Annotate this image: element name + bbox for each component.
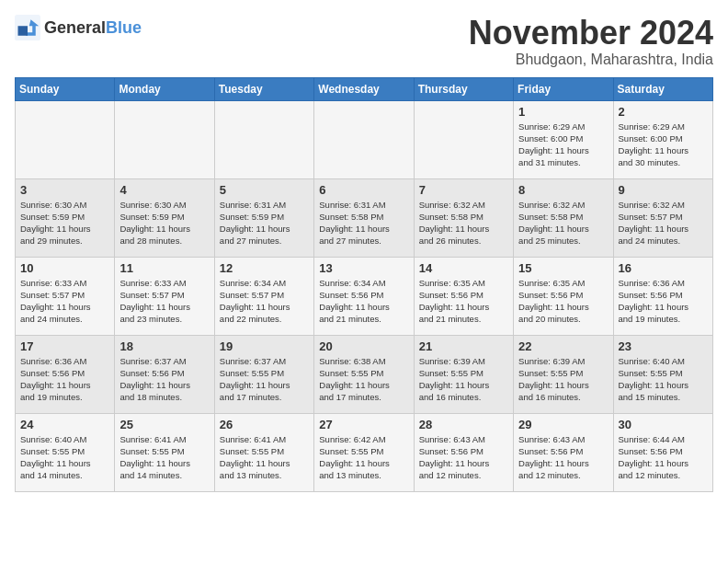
day-info: Sunrise: 6:33 AM Sunset: 5:57 PM Dayligh… (119, 277, 209, 326)
day-number: 8 (518, 183, 608, 197)
day-info: Sunrise: 6:41 AM Sunset: 5:55 PM Dayligh… (119, 433, 209, 482)
day-number: 17 (20, 339, 109, 353)
day-number: 26 (220, 418, 309, 431)
logo: General Blue (15, 15, 142, 40)
day-info: Sunrise: 6:29 AM Sunset: 6:00 PM Dayligh… (619, 121, 708, 169)
day-info: Sunrise: 6:39 AM Sunset: 5:55 PM Dayligh… (419, 355, 508, 404)
day-info: Sunrise: 6:40 AM Sunset: 5:55 PM Dayligh… (20, 433, 109, 482)
header-day-sunday: Sunday (16, 77, 115, 100)
day-number: 27 (319, 418, 408, 431)
day-info: Sunrise: 6:39 AM Sunset: 5:55 PM Dayligh… (518, 355, 608, 404)
calendar-cell: 9Sunrise: 6:32 AM Sunset: 5:57 PM Daylig… (613, 178, 712, 257)
day-number: 3 (20, 183, 109, 197)
calendar-cell: 6Sunrise: 6:31 AM Sunset: 5:58 PM Daylig… (314, 178, 414, 257)
day-info: Sunrise: 6:41 AM Sunset: 5:55 PM Dayligh… (220, 433, 309, 482)
day-number: 16 (619, 261, 708, 275)
calendar-cell: 13Sunrise: 6:34 AM Sunset: 5:56 PM Dayli… (314, 257, 414, 335)
calendar-cell: 19Sunrise: 6:37 AM Sunset: 5:55 PM Dayli… (214, 335, 313, 413)
day-info: Sunrise: 6:43 AM Sunset: 5:56 PM Dayligh… (518, 433, 608, 482)
day-number: 9 (619, 183, 708, 197)
day-info: Sunrise: 6:33 AM Sunset: 5:57 PM Dayligh… (20, 277, 109, 326)
day-number: 2 (619, 105, 708, 119)
calendar-cell: 11Sunrise: 6:33 AM Sunset: 5:57 PM Dayli… (115, 257, 214, 335)
location-subtitle: Bhudgaon, Maharashtra, India (469, 52, 713, 68)
calendar-table: SundayMondayTuesdayWednesdayThursdayFrid… (15, 77, 713, 492)
calendar-cell: 17Sunrise: 6:36 AM Sunset: 5:56 PM Dayli… (16, 335, 115, 413)
logo-text: General Blue (44, 19, 142, 36)
page-header: General Blue November 2024 Bhudgaon, Mah… (15, 15, 713, 68)
day-number: 4 (119, 183, 209, 197)
day-number: 18 (119, 339, 209, 353)
calendar-cell: 29Sunrise: 6:43 AM Sunset: 5:56 PM Dayli… (514, 413, 613, 491)
day-info: Sunrise: 6:38 AM Sunset: 5:55 PM Dayligh… (319, 355, 408, 404)
header-day-friday: Friday (514, 77, 613, 100)
month-year-title: November 2024 (469, 15, 713, 52)
day-info: Sunrise: 6:40 AM Sunset: 5:55 PM Dayligh… (619, 355, 708, 404)
calendar-week-3: 10Sunrise: 6:33 AM Sunset: 5:57 PM Dayli… (16, 257, 713, 335)
day-number: 24 (20, 418, 109, 431)
day-number: 10 (20, 261, 109, 275)
calendar-cell (214, 100, 313, 178)
day-number: 11 (119, 261, 209, 275)
day-number: 21 (419, 339, 508, 353)
calendar-cell: 24Sunrise: 6:40 AM Sunset: 5:55 PM Dayli… (16, 413, 115, 491)
day-info: Sunrise: 6:36 AM Sunset: 5:56 PM Dayligh… (20, 355, 109, 404)
calendar-cell: 2Sunrise: 6:29 AM Sunset: 6:00 PM Daylig… (613, 100, 712, 178)
day-info: Sunrise: 6:32 AM Sunset: 5:58 PM Dayligh… (518, 199, 608, 247)
svg-rect-2 (18, 26, 28, 36)
day-number: 14 (419, 261, 508, 275)
calendar-cell: 21Sunrise: 6:39 AM Sunset: 5:55 PM Dayli… (414, 335, 513, 413)
calendar-cell: 3Sunrise: 6:30 AM Sunset: 5:59 PM Daylig… (16, 178, 115, 257)
calendar-cell: 16Sunrise: 6:36 AM Sunset: 5:56 PM Dayli… (613, 257, 712, 335)
calendar-cell (115, 100, 214, 178)
day-number: 5 (220, 183, 309, 197)
day-number: 19 (220, 339, 309, 353)
day-info: Sunrise: 6:31 AM Sunset: 5:58 PM Dayligh… (319, 199, 408, 247)
day-info: Sunrise: 6:37 AM Sunset: 5:55 PM Dayligh… (220, 355, 309, 404)
day-number: 7 (419, 183, 508, 197)
calendar-cell: 22Sunrise: 6:39 AM Sunset: 5:55 PM Dayli… (514, 335, 613, 413)
calendar-week-1: 1Sunrise: 6:29 AM Sunset: 6:00 PM Daylig… (16, 100, 713, 178)
calendar-cell (16, 100, 115, 178)
day-info: Sunrise: 6:30 AM Sunset: 5:59 PM Dayligh… (20, 199, 109, 247)
header-day-monday: Monday (115, 77, 214, 100)
day-number: 25 (119, 418, 209, 431)
day-info: Sunrise: 6:36 AM Sunset: 5:56 PM Dayligh… (619, 277, 708, 326)
day-info: Sunrise: 6:44 AM Sunset: 5:56 PM Dayligh… (619, 433, 708, 482)
calendar-cell: 15Sunrise: 6:35 AM Sunset: 5:56 PM Dayli… (514, 257, 613, 335)
day-number: 23 (619, 339, 708, 353)
header-day-thursday: Thursday (414, 77, 513, 100)
calendar-cell: 10Sunrise: 6:33 AM Sunset: 5:57 PM Dayli… (16, 257, 115, 335)
calendar-cell: 12Sunrise: 6:34 AM Sunset: 5:57 PM Dayli… (214, 257, 313, 335)
day-number: 15 (518, 261, 608, 275)
day-number: 1 (518, 105, 608, 119)
day-number: 28 (419, 418, 508, 431)
calendar-header-row: SundayMondayTuesdayWednesdayThursdayFrid… (16, 77, 713, 100)
day-info: Sunrise: 6:32 AM Sunset: 5:57 PM Dayligh… (619, 199, 708, 247)
day-number: 13 (319, 261, 408, 275)
calendar-cell (414, 100, 513, 178)
day-number: 30 (619, 418, 708, 431)
day-info: Sunrise: 6:35 AM Sunset: 5:56 PM Dayligh… (419, 277, 508, 326)
calendar-cell: 26Sunrise: 6:41 AM Sunset: 5:55 PM Dayli… (214, 413, 313, 491)
logo-icon (15, 15, 40, 40)
day-info: Sunrise: 6:34 AM Sunset: 5:56 PM Dayligh… (319, 277, 408, 326)
header-day-saturday: Saturday (613, 77, 712, 100)
calendar-cell: 27Sunrise: 6:42 AM Sunset: 5:55 PM Dayli… (314, 413, 414, 491)
calendar-cell: 7Sunrise: 6:32 AM Sunset: 5:58 PM Daylig… (414, 178, 513, 257)
day-number: 6 (319, 183, 408, 197)
calendar-cell: 20Sunrise: 6:38 AM Sunset: 5:55 PM Dayli… (314, 335, 414, 413)
calendar-cell (314, 100, 414, 178)
calendar-cell: 14Sunrise: 6:35 AM Sunset: 5:56 PM Dayli… (414, 257, 513, 335)
day-info: Sunrise: 6:31 AM Sunset: 5:59 PM Dayligh… (220, 199, 309, 247)
day-info: Sunrise: 6:29 AM Sunset: 6:00 PM Dayligh… (518, 121, 608, 169)
calendar-cell: 8Sunrise: 6:32 AM Sunset: 5:58 PM Daylig… (514, 178, 613, 257)
day-number: 22 (518, 339, 608, 353)
calendar-cell: 30Sunrise: 6:44 AM Sunset: 5:56 PM Dayli… (613, 413, 712, 491)
day-info: Sunrise: 6:35 AM Sunset: 5:56 PM Dayligh… (518, 277, 608, 326)
day-number: 12 (220, 261, 309, 275)
calendar-cell: 25Sunrise: 6:41 AM Sunset: 5:55 PM Dayli… (115, 413, 214, 491)
calendar-cell: 4Sunrise: 6:30 AM Sunset: 5:59 PM Daylig… (115, 178, 214, 257)
day-number: 20 (319, 339, 408, 353)
title-section: November 2024 Bhudgaon, Maharashtra, Ind… (469, 15, 713, 68)
